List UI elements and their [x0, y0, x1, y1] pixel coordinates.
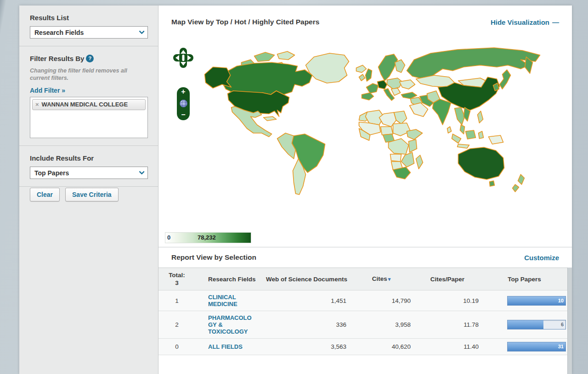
map-panel-header: Map View by Top / Hot / Highly Cited Pap…	[158, 6, 572, 39]
top-papers-bar: 31	[507, 342, 566, 352]
legend-max-value: 78,232	[198, 234, 216, 241]
total-value: 3	[160, 279, 193, 287]
row-cites: 40,620	[349, 339, 413, 355]
results-list-selected-value: Research Fields	[34, 29, 84, 36]
sidebar-actions: Clear Save Criteria	[19, 187, 158, 209]
results-list-select[interactable]: Research Fields	[30, 26, 148, 39]
row-rank: 1	[158, 290, 195, 311]
field-link-clinical-medicine[interactable]: CLINICAL MEDICINE	[208, 294, 256, 307]
top-papers-value: 10	[558, 298, 564, 303]
include-results-section: Include Results For Top Papers	[19, 146, 158, 187]
map-legend-row: 0 78,232	[158, 231, 572, 247]
column-header-cites-per-paper: Cites/Paper	[413, 268, 481, 290]
map-pan-control[interactable]	[172, 47, 194, 69]
report-scrollbar[interactable]	[567, 268, 572, 374]
report-title: Report View by Selection	[171, 253, 256, 262]
chevron-down-icon	[139, 28, 145, 34]
cites-label: Cites	[372, 275, 387, 282]
column-header-top-papers: Top Papers	[481, 268, 567, 290]
filter-chip-wannan-medical-college[interactable]: × WANNAN MEDICAL COLLEGE	[32, 99, 146, 110]
report-panel: Report View by Selection Customize Total…	[158, 247, 572, 374]
report-table: Total: 3 Research Fields Web of Science …	[158, 268, 567, 355]
top-papers-value: 6	[561, 322, 564, 327]
customize-link[interactable]: Customize	[524, 254, 559, 262]
row-cites: 3,958	[349, 311, 413, 339]
results-list-section: Results List Research Fields	[19, 6, 158, 46]
remove-filter-icon[interactable]: ×	[35, 101, 39, 108]
field-link-all-fields[interactable]: ALL FIELDS	[208, 343, 243, 350]
world-map-choropleth[interactable]	[158, 39, 572, 231]
map-title: Map View by Top / Hot / Highly Cited Pap…	[171, 18, 319, 26]
top-papers-bar: 10	[507, 296, 566, 306]
map-zoom-control[interactable]: + −	[177, 87, 190, 120]
row-cites-per-paper: 10.19	[413, 290, 481, 311]
hide-visualization-link[interactable]: Hide Visualization—	[491, 18, 559, 26]
minus-icon: —	[552, 18, 559, 26]
legend-min-value: 0	[167, 234, 170, 241]
choropleth-legend-gradient: 0 78,232	[165, 232, 251, 243]
active-filters-list: × WANNAN MEDICAL COLLEGE	[30, 97, 148, 138]
column-header-research-fields: Research Fields	[195, 268, 264, 290]
add-filter-link[interactable]: Add Filter »	[30, 87, 65, 94]
row-rank: 2	[158, 311, 195, 339]
column-header-wos-documents: Web of Science Documents	[264, 268, 349, 290]
app-content: Results List Research Fields Filter Resu…	[19, 6, 572, 374]
report-panel-header: Report View by Selection Customize	[158, 247, 572, 268]
top-papers-bar: 6	[507, 320, 566, 329]
zoom-in-icon[interactable]: +	[181, 89, 185, 95]
top-papers-value: 31	[558, 344, 564, 349]
row-cites: 14,790	[349, 290, 413, 311]
table-row: 1 CLINICAL MEDICINE 1,451 14,790 10.19 1…	[158, 290, 567, 311]
help-icon[interactable]: ?	[86, 55, 94, 62]
table-row: 0 ALL FIELDS 3,563 40,620 11.40 31	[158, 339, 567, 355]
row-cites-per-paper: 11.78	[413, 311, 481, 339]
hide-visualization-label: Hide Visualization	[491, 18, 549, 26]
sort-desc-icon: ▾	[388, 276, 391, 282]
top-papers-bar-fill	[508, 296, 565, 305]
filter-note: Changing the filter field removes all cu…	[30, 67, 148, 82]
filter-chip-label: WANNAN MEDICAL COLLEGE	[42, 101, 128, 108]
filters-sidebar: Results List Research Fields Filter Resu…	[19, 6, 158, 374]
filter-results-label: Filter Results By	[30, 55, 84, 62]
total-header: Total: 3	[158, 268, 195, 290]
main-panel: Map View by Top / Hot / Highly Cited Pap…	[158, 6, 572, 374]
top-papers-bar-fill	[508, 342, 565, 351]
world-map-area: + −	[158, 39, 572, 231]
report-table-header-row: Total: 3 Research Fields Web of Science …	[158, 268, 567, 290]
globe-reset-icon[interactable]	[180, 100, 187, 107]
include-results-selected-value: Top Papers	[34, 169, 69, 177]
row-documents: 336	[264, 311, 349, 339]
total-label: Total:	[160, 271, 193, 279]
table-row: 2 PHARMACOLOGY & TOXICOLOGY 336 3,958 11…	[158, 311, 567, 339]
zoom-out-icon[interactable]: −	[181, 112, 185, 118]
field-link-pharmacology-toxicology[interactable]: PHARMACOLOGY & TOXICOLOGY	[208, 314, 256, 335]
filter-results-section: Filter Results By? Changing the filter f…	[19, 46, 158, 146]
chevron-down-icon	[139, 169, 145, 175]
column-header-cites-sort[interactable]: Cites▾	[349, 268, 413, 290]
row-documents: 3,563	[264, 339, 349, 355]
row-documents: 1,451	[264, 290, 349, 311]
include-results-select[interactable]: Top Papers	[30, 167, 148, 179]
results-list-heading: Results List	[30, 14, 148, 22]
row-cites-per-paper: 11.40	[413, 339, 481, 355]
include-results-heading: Include Results For	[30, 154, 148, 162]
save-criteria-button[interactable]: Save Criteria	[65, 188, 119, 201]
map-navigation-controls: + −	[172, 47, 200, 69]
filter-results-heading: Filter Results By?	[30, 55, 148, 62]
top-papers-bar-fill	[508, 320, 543, 329]
clear-button[interactable]: Clear	[30, 188, 60, 201]
row-rank: 0	[158, 339, 195, 355]
